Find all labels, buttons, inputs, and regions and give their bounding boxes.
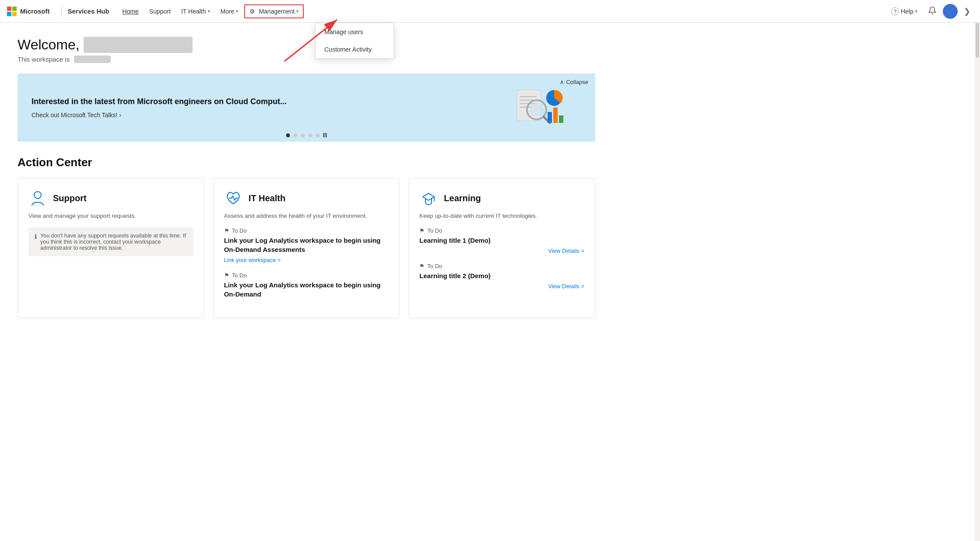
learning-desc: Keep up-to-date with current IT technolo… xyxy=(419,212,584,220)
nav-home[interactable]: Home xyxy=(118,5,143,17)
it-health-todo-1: ⚑ To Do Link your Log Analytics workspac… xyxy=(224,227,389,263)
nav-management[interactable]: ⚙ Management ▾ xyxy=(244,4,304,18)
todo-label: ⚑ To Do xyxy=(224,227,389,234)
it-health-title: IT Health xyxy=(249,193,285,203)
todo-text: Link your Log Analytics workspace to beg… xyxy=(224,236,389,254)
todo-label-3: ⚑ To Do xyxy=(419,227,584,234)
microsoft-logo[interactable]: Microsoft xyxy=(7,7,50,16)
welcome-section: Welcome, This workspace is xyxy=(18,37,595,63)
support-desc: View and manage your support requests. xyxy=(28,212,193,220)
chevron-down-icon: ▾ xyxy=(296,9,299,14)
chevron-up-icon: ∧ xyxy=(560,79,564,85)
it-health-card: IT Health Assess and address the health … xyxy=(213,178,400,318)
support-card: Support View and manage your support req… xyxy=(18,178,204,318)
todo-label-2: ⚑ To Do xyxy=(224,272,389,279)
welcome-title: Welcome, xyxy=(18,37,595,53)
svg-rect-13 xyxy=(559,115,563,123)
top-navigation: Microsoft Services Hub Home Support IT H… xyxy=(0,0,980,23)
flag-icon: ⚑ xyxy=(224,272,229,279)
nav-right: ? Help ▾ ❯ xyxy=(887,3,973,19)
flag-icon: ⚑ xyxy=(419,227,425,234)
right-arrow-icon: › xyxy=(119,112,121,119)
svg-rect-12 xyxy=(553,108,558,123)
banner-link[interactable]: Check out Microsoft Tech Talks! › xyxy=(32,112,510,119)
svg-point-14 xyxy=(34,192,41,199)
learning-icon xyxy=(419,189,438,207)
learning-title: Learning xyxy=(444,193,481,203)
todo-text-2: Link your Log Analytics workspace to beg… xyxy=(224,280,389,299)
dot-1[interactable] xyxy=(286,133,290,137)
learning-todo-text-1: Learning title 1 (Demo) xyxy=(419,236,584,245)
ms-grid-icon xyxy=(7,7,17,16)
management-dropdown: Manage users Customer Activity xyxy=(315,23,394,59)
gear-icon: ⚙ xyxy=(249,8,255,15)
flag-icon: ⚑ xyxy=(419,263,425,269)
svg-rect-11 xyxy=(548,112,552,123)
dot-5[interactable] xyxy=(316,133,320,137)
scrollbar[interactable] xyxy=(975,0,980,318)
banner-content: Interested in the latest from Microsoft … xyxy=(32,97,510,119)
it-health-card-header: IT Health xyxy=(224,189,389,207)
nav-more[interactable]: More ▾ xyxy=(216,5,243,17)
brand-name: Microsoft xyxy=(20,7,50,15)
support-alert: ℹ You don't have any support requests av… xyxy=(28,227,193,256)
it-health-todo-2: ⚑ To Do Link your Log Analytics workspac… xyxy=(224,272,389,299)
action-center-title: Action Center xyxy=(18,156,595,169)
support-icon xyxy=(28,189,47,207)
action-center-section: Action Center Support View and manage yo… xyxy=(18,156,595,318)
workspace-blurred xyxy=(74,56,110,63)
avatar[interactable] xyxy=(943,4,958,19)
learning-card: Learning Keep up-to-date with current IT… xyxy=(408,178,595,318)
scrollbar-thumb[interactable] xyxy=(976,23,979,58)
view-details-link-1[interactable]: View Details > xyxy=(419,248,584,254)
banner-illustration xyxy=(510,86,567,129)
nav-divider xyxy=(61,5,62,17)
banner-dots xyxy=(286,133,327,137)
customer-activity-item[interactable]: Customer Activity xyxy=(316,41,393,58)
help-button[interactable]: ? Help ▾ xyxy=(887,5,922,18)
nav-it-health[interactable]: IT Health ▾ xyxy=(177,5,214,17)
dot-2[interactable] xyxy=(294,133,298,137)
username-blurred xyxy=(84,37,193,53)
info-icon: ℹ xyxy=(35,233,37,240)
banner-image xyxy=(510,86,567,129)
link-workspace-link[interactable]: Link your workspace > xyxy=(224,257,389,263)
it-health-desc: Assess and address the health of your IT… xyxy=(224,212,389,220)
banner-title: Interested in the latest from Microsoft … xyxy=(32,97,510,106)
support-card-header: Support xyxy=(28,189,193,207)
nav-items: Home Support IT Health ▾ More ▾ ⚙ Manage… xyxy=(118,4,887,18)
learning-todo-1: ⚑ To Do Learning title 1 (Demo) View Det… xyxy=(419,227,584,254)
notification-icon[interactable] xyxy=(925,3,939,19)
it-health-icon xyxy=(224,189,242,207)
chevron-down-icon: ▾ xyxy=(236,9,238,14)
nav-support[interactable]: Support xyxy=(145,5,175,17)
todo-label-4: ⚑ To Do xyxy=(419,263,584,269)
main-content: Welcome, This workspace is Interested in… xyxy=(0,23,613,318)
manage-users-item[interactable]: Manage users xyxy=(316,23,393,41)
chevron-down-icon: ▾ xyxy=(915,9,917,14)
scroll-right-button[interactable]: ❯ xyxy=(961,5,973,18)
flag-icon: ⚑ xyxy=(224,227,229,234)
services-hub-label: Services Hub xyxy=(68,7,109,15)
chevron-down-icon: ▾ xyxy=(208,9,210,14)
dot-3[interactable] xyxy=(301,133,305,137)
pause-button[interactable] xyxy=(323,133,327,137)
dot-4[interactable] xyxy=(309,133,313,137)
learning-card-header: Learning xyxy=(419,189,584,207)
question-icon: ? xyxy=(891,7,899,15)
promo-banner: Interested in the latest from Microsoft … xyxy=(18,73,595,142)
welcome-subtitle: This workspace is xyxy=(18,56,595,63)
learning-todo-2: ⚑ To Do Learning title 2 (Demo) View Det… xyxy=(419,263,584,290)
view-details-link-2[interactable]: View Details > xyxy=(419,283,584,290)
collapse-button[interactable]: ∧ Collapse xyxy=(560,79,588,85)
support-title: Support xyxy=(53,193,87,203)
learning-todo-text-2: Learning title 2 (Demo) xyxy=(419,271,584,280)
cards-grid: Support View and manage your support req… xyxy=(18,178,595,318)
svg-point-8 xyxy=(530,103,544,117)
